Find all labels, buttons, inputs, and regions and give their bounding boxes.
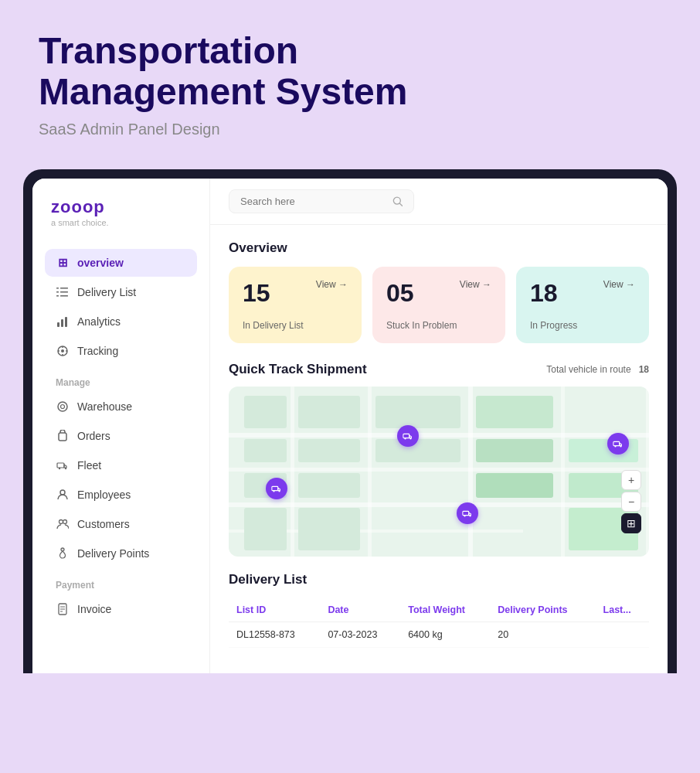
sidebar-item-label: Analytics <box>77 315 121 328</box>
card-top: 18 View → <box>530 279 635 308</box>
sidebar-item-employees[interactable]: Employees <box>45 481 197 509</box>
sidebar-item-invoice[interactable]: Invoice <box>45 595 197 623</box>
sidebar-item-delivery-points[interactable]: Delivery Points <box>45 540 197 567</box>
sidebar-item-label: overview <box>77 257 124 269</box>
card-number: 05 <box>386 279 414 308</box>
search-icon <box>392 196 403 207</box>
card-description: In Progress <box>530 320 635 331</box>
logo-name: zooop <box>51 197 197 217</box>
sidebar-item-overview[interactable]: ⊞ overview <box>45 249 197 277</box>
svg-point-22 <box>59 519 63 523</box>
truck-pin-1[interactable] <box>266 478 287 499</box>
map-block <box>244 439 287 462</box>
cell-last <box>596 621 649 647</box>
sidebar-item-label: Invoice <box>77 603 111 615</box>
page-background: Transportation Management System SaaS Ad… <box>0 0 700 673</box>
hero-section: Transportation Management System SaaS Ad… <box>0 0 700 162</box>
svg-rect-7 <box>61 319 63 327</box>
card-number: 18 <box>530 279 558 308</box>
svg-rect-18 <box>57 463 64 468</box>
sidebar-item-label: Orders <box>77 430 110 442</box>
sidebar-item-tracking[interactable]: Tracking <box>45 337 197 365</box>
col-weight: Total Weight <box>400 598 490 622</box>
map-block <box>298 508 360 550</box>
search-box[interactable] <box>229 189 414 213</box>
sidebar-item-customers[interactable]: Customers <box>45 510 197 538</box>
svg-rect-17 <box>59 433 66 441</box>
card-in-delivery: 15 View → In Delivery List <box>229 267 362 343</box>
svg-rect-3 <box>60 291 68 293</box>
sidebar-item-label: Delivery Points <box>77 547 149 560</box>
map-road <box>468 386 473 557</box>
map-background: + − ⊞ <box>229 386 649 557</box>
sidebar: zooop a smart choice. ⊞ overview <box>32 179 210 673</box>
tracking-icon <box>56 344 70 358</box>
svg-rect-1 <box>60 288 68 289</box>
svg-point-39 <box>464 515 465 516</box>
sidebar-item-label: Fleet <box>77 459 101 472</box>
svg-point-21 <box>60 490 65 495</box>
sidebar-item-warehouse[interactable]: Warehouse <box>45 393 197 421</box>
truck-pin-3[interactable] <box>457 502 478 524</box>
svg-rect-35 <box>403 434 409 438</box>
truck-pin-2[interactable] <box>397 425 419 447</box>
table-header: List ID Date Total Weight Delivery Point… <box>229 598 649 622</box>
map-road <box>561 386 565 557</box>
card-in-progress: 18 View → In Progress <box>516 267 649 343</box>
sidebar-item-label: Delivery List <box>77 286 136 298</box>
col-last: Last... <box>596 598 649 622</box>
card-view-link[interactable]: View → <box>603 279 635 290</box>
svg-rect-38 <box>463 511 469 515</box>
svg-rect-6 <box>57 322 59 327</box>
sidebar-item-label: Tracking <box>77 345 118 357</box>
map-road <box>291 386 294 557</box>
svg-rect-2 <box>56 291 59 293</box>
col-list-id: List ID <box>229 598 320 622</box>
svg-point-19 <box>59 467 60 468</box>
svg-point-37 <box>409 438 411 439</box>
zoom-in-button[interactable]: + <box>621 470 641 490</box>
table-container: List ID Date Total Weight Delivery Point… <box>229 598 649 648</box>
svg-point-43 <box>620 445 621 447</box>
track-title: Quick Track Shipment <box>229 362 367 377</box>
svg-rect-41 <box>613 441 620 445</box>
map-block <box>298 473 360 498</box>
map-block <box>375 396 460 428</box>
logo-area: zooop a smart choice. <box>45 197 197 227</box>
hero-subtitle: SaaS Admin Panel Design <box>39 121 661 138</box>
card-top: 05 View → <box>386 279 491 308</box>
sidebar-item-label: Employees <box>77 489 131 501</box>
map-block <box>476 396 553 428</box>
card-view-link[interactable]: View → <box>316 279 348 290</box>
truck-pin-4[interactable] <box>607 433 629 455</box>
map-container: + − ⊞ <box>229 386 649 557</box>
manage-section-label: Manage <box>45 366 197 393</box>
sidebar-item-orders[interactable]: Orders <box>45 422 197 450</box>
employees-icon <box>56 488 70 502</box>
table-body: DL12558-873 07-03-2023 6400 kg 20 <box>229 621 649 647</box>
topbar <box>210 179 668 225</box>
device-frame: zooop a smart choice. ⊞ overview <box>23 169 677 673</box>
sidebar-item-delivery-list[interactable]: Delivery List <box>45 278 197 306</box>
sidebar-item-label: Customers <box>77 518 130 530</box>
card-view-link[interactable]: View → <box>460 279 491 290</box>
zoom-out-button[interactable]: − <box>621 492 641 512</box>
svg-point-34 <box>278 490 280 492</box>
content-area: Overview 15 View → In Delivery List <box>210 225 668 673</box>
svg-point-40 <box>469 515 471 516</box>
map-road <box>368 386 372 557</box>
card-number: 15 <box>243 279 270 308</box>
map-block <box>298 396 360 428</box>
sidebar-item-analytics[interactable]: Analytics <box>45 308 197 335</box>
map-block <box>244 396 287 428</box>
track-header: Quick Track Shipment Total vehicle in ro… <box>229 362 649 377</box>
sidebar-item-fleet[interactable]: Fleet <box>45 451 197 479</box>
card-stuck-in-problem: 05 View → Stuck In Problem <box>372 267 505 343</box>
search-input[interactable] <box>240 196 386 207</box>
layers-button[interactable]: ⊞ <box>621 513 641 533</box>
svg-rect-0 <box>56 288 59 289</box>
svg-point-16 <box>61 404 65 408</box>
logo-tagline: a smart choice. <box>51 218 197 227</box>
map-block <box>476 439 553 462</box>
svg-rect-32 <box>272 486 278 490</box>
